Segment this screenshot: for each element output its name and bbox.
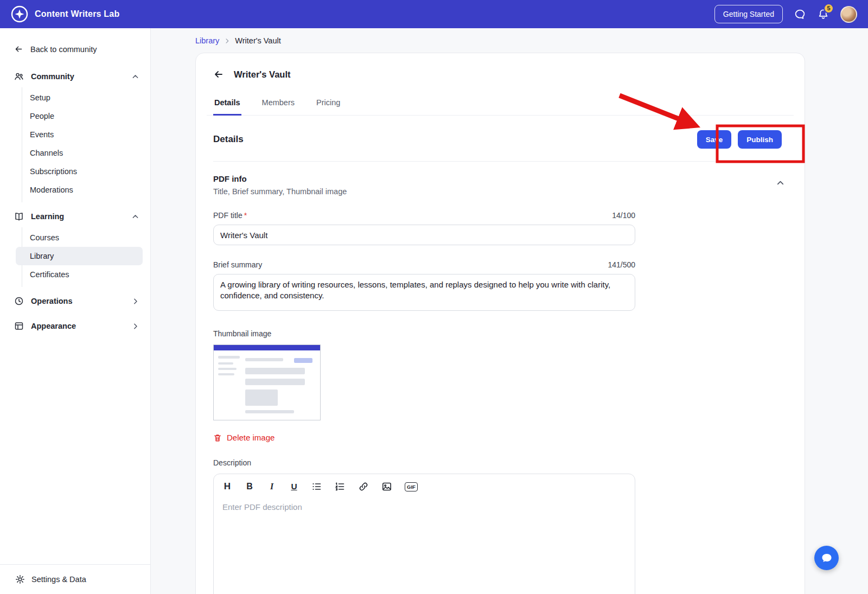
back-button[interactable] [213,69,224,80]
operations-icon [14,296,24,306]
chevron-up-icon [776,178,785,188]
heading-icon[interactable]: H [222,481,232,492]
sidebar-section-appearance[interactable]: Appearance [0,315,150,337]
sidebar-item-setup[interactable]: Setup [22,88,143,107]
collapse-section-button[interactable] [774,176,787,190]
thumbnail-mock-bar [218,356,240,359]
notification-badge: 5 [824,3,834,14]
pdf-title-label-text: PDF title [213,211,242,220]
italic-icon[interactable]: I [267,481,277,492]
operations-section-label: Operations [31,297,73,305]
sidebar-item-people[interactable]: People [22,107,143,125]
brief-summary-textarea[interactable]: A growing library of writing resources, … [213,274,635,311]
gif-icon[interactable]: GIF [405,482,418,491]
appearance-icon [14,321,24,331]
link-icon[interactable] [358,481,369,492]
community-section-label: Community [31,72,74,81]
learning-section-label: Learning [31,212,64,221]
notifications-button[interactable]: 5 [817,8,829,21]
messages-button[interactable] [794,8,806,21]
thumbnail-mock-bar [245,389,278,406]
chat-widget-button[interactable] [814,546,839,570]
sidebar-item-library[interactable]: Library [16,247,143,265]
editor-toolbar: H B I U [214,474,635,495]
thumbnail-mock-bar [218,362,233,365]
sidebar-item-certificates[interactable]: Certificates [22,265,143,284]
pdf-info-header: PDF info Title, Brief summary, Thumbnail… [207,162,794,196]
pdf-title-label: PDF title* [213,211,247,220]
appearance-section-label: Appearance [31,322,76,330]
chat-bubble-icon [794,8,806,21]
thumbnail-mock-bar [218,373,234,375]
getting-started-button[interactable]: Getting Started [714,5,783,23]
community-sub-list: Setup People Events Channels Subscriptio… [22,87,143,202]
sidebar-item-subscriptions[interactable]: Subscriptions [22,162,143,181]
learning-icon [14,212,24,221]
gear-icon [15,574,25,584]
image-icon[interactable] [381,481,392,492]
tab-members[interactable]: Members [261,94,296,116]
details-section-heading: Details [213,134,244,145]
chat-widget-icon [820,552,833,565]
thumbnail-mock-bar [245,358,283,361]
main-content: Library Writer's Vault Writer's Vault De… [151,28,868,594]
chevron-up-icon [131,213,139,221]
community-icon [14,72,24,81]
back-to-community-link[interactable]: Back to community [0,28,150,62]
chevron-right-icon [131,297,139,305]
details-header-row: Details Save Publish [207,116,794,161]
sidebar-section-learning[interactable]: Learning [0,206,150,227]
pdf-title-label-row: PDF title* 14/100 [213,211,635,220]
delete-image-label: Delete image [227,433,275,442]
settings-and-data-label: Settings & Data [31,575,86,584]
sidebar-item-courses[interactable]: Courses [22,228,143,247]
user-avatar[interactable] [840,6,857,23]
breadcrumb-separator-icon [224,37,231,44]
chevron-right-icon [131,322,139,330]
brief-summary-label: Brief summary [213,260,262,269]
description-editor[interactable]: H B I U [213,474,635,594]
bold-icon[interactable]: B [245,481,254,492]
breadcrumb: Library Writer's Vault [195,36,868,45]
thumbnail-mock-topbar [214,345,320,350]
tab-details[interactable]: Details [213,94,241,116]
underline-icon[interactable]: U [289,481,299,492]
sidebar-item-channels[interactable]: Channels [22,144,143,162]
publish-button[interactable]: Publish [738,130,782,149]
delete-image-button[interactable]: Delete image [213,433,275,442]
page-title: Writer's Vault [234,69,291,80]
tab-pricing[interactable]: Pricing [315,94,341,116]
back-to-community-label: Back to community [30,45,97,54]
trash-icon [213,433,222,442]
pdf-form: PDF title* 14/100 Brief summary 141/500 … [213,211,635,313]
description-placeholder: Enter PDF description [214,495,635,519]
breadcrumb-current: Writer's Vault [235,36,280,45]
sidebar-section-community[interactable]: Community [0,66,150,87]
pdf-info-subheading: Title, Brief summary, Thumbnail image [213,187,347,196]
settings-and-data-link[interactable]: Settings & Data [0,564,150,594]
bullet-list-icon[interactable] [311,481,322,492]
save-button[interactable]: Save [697,130,732,149]
sidebar-section-operations[interactable]: Operations [0,290,150,312]
required-marker: * [244,211,247,220]
ordered-list-icon[interactable] [335,481,346,492]
card-header: Writer's Vault [207,53,794,94]
thumbnail-label: Thumbnail image [213,329,794,338]
thumbnail-mock-bar [245,379,305,385]
thumbnail-image [213,344,321,420]
sidebar-item-moderations[interactable]: Moderations [22,181,143,199]
brief-summary-counter: 141/500 [608,260,635,269]
breadcrumb-library-link[interactable]: Library [195,36,219,45]
action-buttons: Save Publish [697,130,782,149]
thumbnail-mock-bar [218,368,237,370]
app-title: Content Writers Lab [35,9,119,19]
pdf-info-heading: PDF info [213,174,347,183]
sidebar-item-events[interactable]: Events [22,125,143,144]
chevron-up-icon [131,73,139,81]
topbar-actions: Getting Started 5 [714,5,857,23]
tab-bar: Details Members Pricing [207,94,794,116]
pdf-title-input[interactable] [213,225,635,245]
thumbnail-mock-button [294,358,312,363]
pdf-title-counter: 14/100 [612,211,635,220]
app-logo-icon [11,5,28,23]
